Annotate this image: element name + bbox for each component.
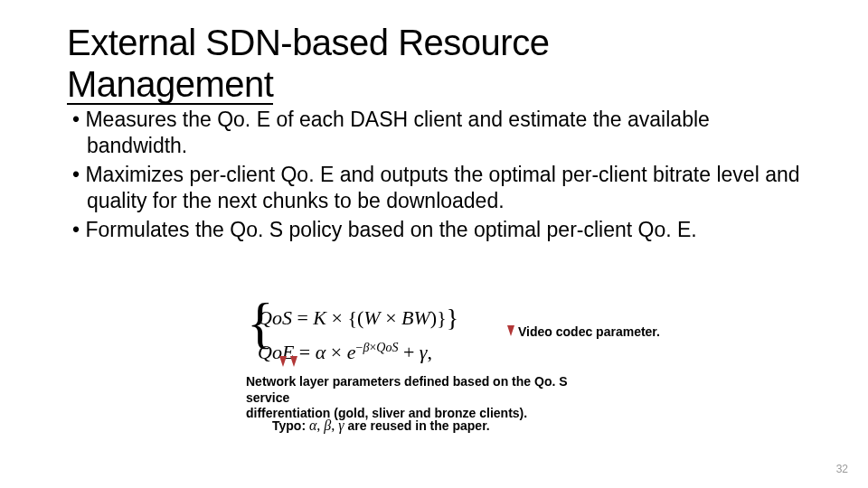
alpha: α bbox=[316, 341, 326, 363]
bullet-item: • Maximizes per-client Qo. E and outputs… bbox=[72, 162, 805, 215]
title-line-1: External SDN-based Resource bbox=[67, 23, 549, 62]
bullet-list: • Measures the Qo. E of each DASH client… bbox=[72, 107, 805, 245]
comma: , bbox=[428, 341, 433, 363]
slide-title: External SDN-based Resource Management bbox=[67, 22, 549, 105]
annotation-line: Network layer parameters defined based o… bbox=[246, 374, 568, 405]
K: K bbox=[313, 306, 326, 329]
annotation-network-layer: Network layer parameters defined based o… bbox=[246, 374, 599, 422]
bullet-text: Measures the Qo. E of each DASH client a… bbox=[85, 108, 709, 157]
formula-line-2: QoE = α × e−β×QoS + γ, bbox=[258, 337, 458, 368]
bullet-text: Maximizes per-client Qo. E and outputs t… bbox=[85, 163, 799, 212]
title-line-2: Management bbox=[67, 64, 273, 104]
formula-line-1: QoS = K × {(W × BW)} } bbox=[258, 298, 458, 337]
arrow-icon bbox=[279, 356, 287, 367]
bullet-text: Formulates the Qo. S policy based on the… bbox=[85, 218, 696, 241]
lbrace-paren: {( bbox=[347, 306, 363, 329]
typo-note: Typo: α, β, γ are reused in the paper. bbox=[272, 418, 490, 434]
eq: = bbox=[292, 306, 313, 329]
bullet-item: • Measures the Qo. E of each DASH client… bbox=[72, 107, 805, 160]
formula-block: QoS = K × {(W × BW)} } QoE = α × e−β×QoS… bbox=[258, 298, 458, 368]
qos-lhs: QoS bbox=[258, 306, 292, 329]
e: e bbox=[347, 341, 356, 363]
times: × bbox=[326, 341, 346, 363]
exponent: −β×QoS bbox=[356, 341, 399, 354]
BW: BW bbox=[401, 306, 430, 329]
typo-suffix: are reused in the paper. bbox=[344, 418, 490, 433]
bullet-item: • Formulates the Qo. S policy based on t… bbox=[72, 217, 805, 243]
annotation-video-codec: Video codec parameter. bbox=[518, 324, 660, 341]
arrow-icon bbox=[507, 325, 514, 336]
slide: External SDN-based Resource Management •… bbox=[0, 0, 868, 488]
page-number: 32 bbox=[836, 463, 848, 475]
qoe-lhs: QoE bbox=[258, 341, 294, 363]
qos-in-exp: QoS bbox=[376, 341, 398, 354]
rbrace-paren: )} bbox=[430, 306, 447, 329]
times: × bbox=[381, 306, 401, 329]
arrow-icon bbox=[290, 356, 297, 367]
times: × bbox=[326, 306, 347, 329]
typo-math: α, β, γ bbox=[309, 418, 344, 433]
typo-prefix: Typo: bbox=[272, 418, 309, 433]
right-brace-icon: } bbox=[447, 298, 458, 337]
plus: + bbox=[398, 341, 419, 363]
gamma: γ bbox=[420, 341, 428, 363]
W: W bbox=[363, 306, 380, 329]
title-underline bbox=[67, 103, 273, 105]
